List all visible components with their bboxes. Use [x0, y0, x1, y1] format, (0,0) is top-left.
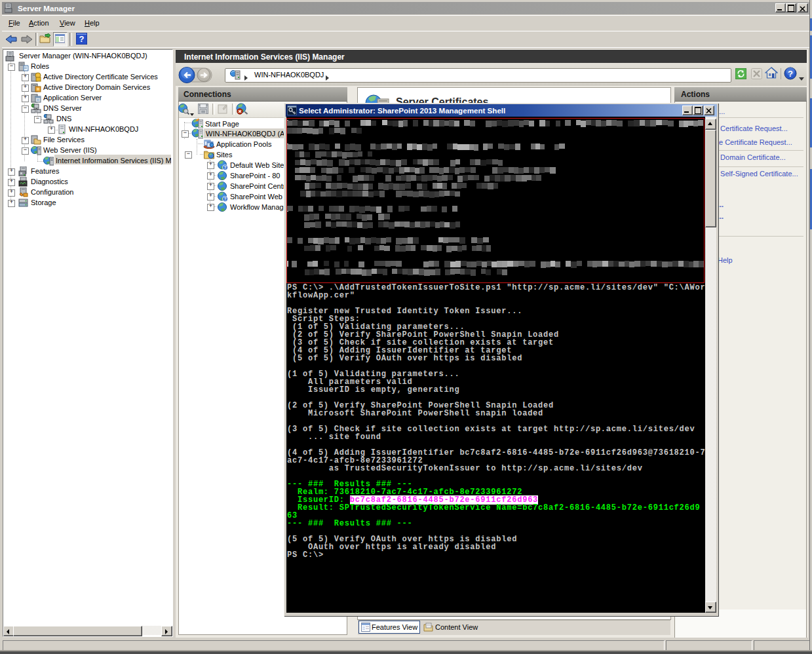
svg-text:?: ? — [224, 197, 227, 201]
svg-text:?: ? — [224, 165, 227, 170]
svg-text:?: ? — [79, 34, 85, 44]
svg-text:?: ? — [788, 69, 793, 79]
